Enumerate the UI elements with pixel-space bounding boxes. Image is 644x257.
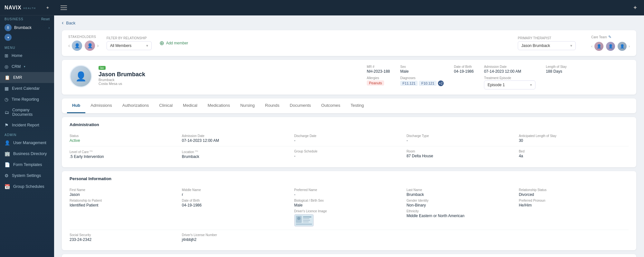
discharge-type-value: - [406,138,514,143]
main-area: ✦ ‹ Back Stakeholders ‹ 👤 👤 › Filter by … [54,0,644,257]
filter-label: Filter by Relationship [107,36,152,40]
group-schedule-cell: Group Schedule - [292,150,404,159]
notification-icon[interactable]: ✦ [46,5,50,10]
gender-value: Non-Binary [406,203,514,207]
loc-hx: Hx [90,150,93,152]
ssn-value: 233-24-2342 [70,237,177,242]
group-schedule-label: Group Schedule [294,150,402,153]
tab-nursing[interactable]: Nursing [235,98,260,113]
sidebar-item-home[interactable]: ⊞ Home [0,50,54,61]
sidebar-item-business-directory[interactable]: 🏢 Business Directory [0,148,54,159]
sidebar-item-label: CRM [12,64,21,69]
status-value: Active [70,138,177,143]
avatars-next-button[interactable]: › [97,43,99,49]
tab-authorizations[interactable]: Authorizations [117,98,154,113]
user-icon: 👤 [5,140,10,145]
tabs-bar: Hub Admissions Authorizations Clinical M… [62,98,636,113]
dl-label: Driver's License Number [182,233,289,237]
location-value: Brumback [182,154,289,159]
care-team-label: Care Team ✎ [591,35,630,39]
personal-info-table: First Name Jason Relationship to Patient… [70,185,629,245]
tab-outcomes[interactable]: Outcomes [316,98,346,113]
empty-cell-2 [404,233,516,242]
discharge-type-cell: Discharge Type - [404,134,516,143]
sidebar-item-emr[interactable]: 📋 EMR [0,72,54,83]
back-button[interactable]: ‹ Back [54,15,644,30]
tab-medical[interactable]: Medical [178,98,203,113]
primary-therapist-value: Jason Brumback [521,43,550,48]
patient-name: Jason Brumback [99,71,360,78]
tab-rounds[interactable]: Rounds [260,98,285,113]
tab-documents[interactable]: Documents [285,98,316,113]
primary-therapist-section: Primary Therapist Jason Brumback ▾ [518,36,576,50]
ethnicity-value: Middle Eastern or North American [406,214,514,218]
business-name-row[interactable]: B Brumback › [0,23,54,34]
stakeholders-card: Stakeholders ‹ 👤 👤 › Filter by Relations… [62,30,636,56]
add-member-button[interactable]: ⊕ Add member [159,38,188,49]
topbar-settings-icon[interactable]: ✦ [633,4,638,11]
anticipated-los-value: 30 [519,138,626,143]
chevron-down-icon: ▾ [24,65,25,68]
room-label: Room [406,150,514,153]
sidebar-item-label: Form Templates [13,162,42,167]
care-team-next-button[interactable]: › [629,44,630,49]
episode-value: Episode 1 [488,83,505,87]
diag-badge-1: F11.121 [400,81,418,86]
allergy-peanuts-badge: Peanuts [367,80,384,86]
tab-clinical[interactable]: Clinical [154,98,178,113]
location-label: Location Hx [182,150,289,154]
edit-icon[interactable]: ✎ [608,35,611,39]
sidebar-item-time-reporting[interactable]: ◷ Time Reporting [0,94,54,105]
svg-rect-5 [303,220,310,221]
gender-label: Gender Identity [406,199,514,202]
sidebar-item-form-templates[interactable]: 📄 Form Templates [0,159,54,170]
last-name-cell: Last Name Brumback Gender Identity Non-B… [404,188,516,226]
sidebar-item-incident-report[interactable]: ⚑ Incident Report [0,120,54,131]
admission-date-cell: Admission Date 07-14-2023 12:00 AM [179,134,292,143]
episode-select[interactable]: Episode 1 ▾ [484,80,535,89]
filter-select[interactable]: All Members ▾ [107,41,152,50]
diag-plus-button[interactable]: +2 [438,80,444,86]
sidebar-item-crm[interactable]: ◎ CRM ▾ [0,61,54,72]
administration-title: Administration [70,122,629,127]
primary-therapist-select[interactable]: Jason Brumback ▾ [518,41,576,50]
hamburger-menu[interactable] [61,5,67,10]
home-icon: ⊞ [5,53,8,58]
business-icon: 🏢 [5,151,10,156]
menu-label: MENU [0,43,54,50]
first-name-value: Jason [70,192,177,197]
tab-medications[interactable]: Medications [203,98,235,113]
loc-value: .5 Early Intervention [70,154,177,159]
los-label: Length of Stay [546,65,567,69]
sidebar-item-label: System Settings [12,173,41,178]
anticipated-los-label: Anticipated Length of Stay [519,134,626,138]
first-name-cell: First Name Jason Relationship to Patient… [70,188,179,226]
tab-admissions[interactable]: Admissions [85,98,117,113]
topbar-right: ✦ [633,4,638,11]
discharge-date-label: Discharge Date [294,134,402,138]
administration-card: Administration Status Active Admission D… [62,117,636,167]
sex-col: Sex Male Diagnoses F11.121 F10.121 +2 [400,65,444,89]
sidebar-item-event-calendar[interactable]: ▦ Event Calendar [0,83,54,94]
sidebar-item-company-documents[interactable]: 🗂 Company Documents [0,105,54,120]
sidebar-item-user-management[interactable]: 👤 User Management [0,137,54,148]
sidebar-item-label: Home [12,53,22,58]
chevron-down-icon: ▾ [530,83,532,87]
care-team-section: Care Team ✎ ‹ 👤 👤 👤 › [591,35,630,51]
last-name-label: Last Name [406,188,514,192]
sidebar-item-system-settings[interactable]: ⚙ System Settings [0,170,54,181]
care-team-prev-button[interactable]: ‹ [591,44,592,49]
avatars-prev-button[interactable]: ‹ [68,43,70,49]
sidebar-item-group-schedules[interactable]: 📆 Group Schedules [0,181,54,192]
preferred-pronoun-label: Preferred Pronoun [519,199,626,202]
anticipated-los-cell: Anticipated Length of Stay 30 [516,134,629,143]
sidebar-item-label: Group Schedules [13,184,44,189]
personal-row-2: Social Security 233-24-2342 Driver's Lic… [70,230,629,245]
reset-button[interactable]: Reset [41,17,50,21]
tab-testing[interactable]: Testing [346,98,369,113]
room-value: 87 Delta House [406,154,514,158]
svg-rect-4 [303,218,309,219]
dl-cell: Driver's License Number j4nbbjh2 [179,233,292,242]
tab-hub[interactable]: Hub [67,98,85,113]
slider[interactable]: ▾ [0,34,54,43]
